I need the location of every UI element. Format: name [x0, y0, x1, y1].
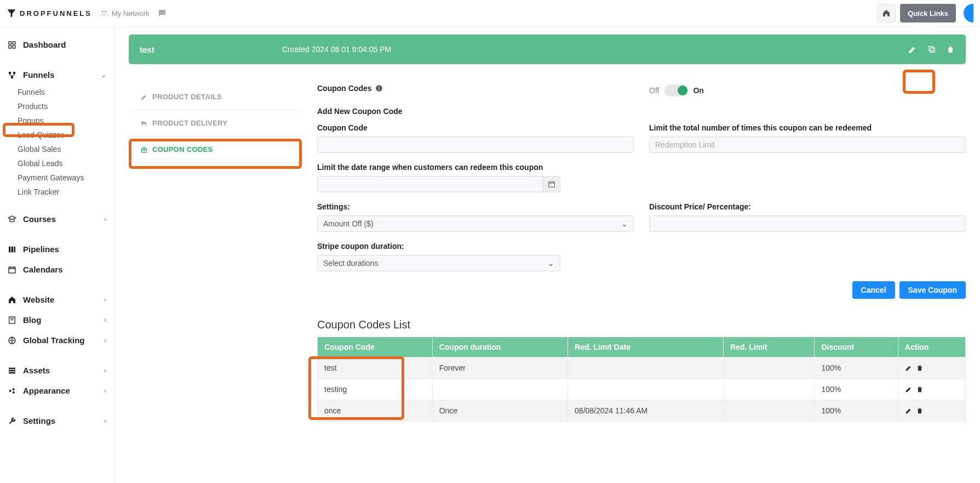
- table-header: Action: [898, 337, 965, 357]
- paint-icon: [8, 387, 16, 395]
- row-edit-button[interactable]: [905, 364, 913, 372]
- sidebar-appearance[interactable]: Appearance ‹: [0, 380, 114, 401]
- tab-product-delivery[interactable]: PRODUCT DELIVERY: [129, 110, 302, 137]
- svg-rect-17: [9, 372, 15, 373]
- sidebar-settings[interactable]: Settings ‹: [0, 411, 114, 431]
- cell-discount: 100%: [815, 379, 898, 400]
- gift-icon: [140, 146, 148, 154]
- settings-label: Settings:: [317, 202, 634, 211]
- cell-discount: 100%: [815, 357, 898, 379]
- chevron-down-icon: ⌄: [548, 259, 554, 268]
- product-header-bar: test Created 2024 08 01 9:04:05 PM: [129, 35, 966, 64]
- calendar-button[interactable]: [543, 176, 560, 192]
- chat-icon[interactable]: [157, 8, 167, 18]
- svg-rect-4: [9, 46, 12, 48]
- users-icon: [100, 9, 108, 18]
- main-content: test Created 2024 08 01 9:04:05 PM PRODU…: [114, 27, 980, 483]
- date-range-input[interactable]: [317, 176, 543, 192]
- my-network-link[interactable]: My Network: [100, 9, 150, 18]
- row-edit-button[interactable]: [905, 385, 913, 393]
- svg-rect-22: [929, 47, 933, 51]
- cell-action: [898, 400, 965, 422]
- cell-duration: Once: [432, 400, 568, 422]
- my-network-label: My Network: [112, 9, 150, 18]
- cell-code: test: [318, 357, 433, 379]
- sidebar-pipelines[interactable]: Pipelines: [0, 239, 114, 259]
- chevron-down-icon: ⌄: [621, 219, 628, 228]
- book-icon: [8, 316, 16, 325]
- svg-rect-15: [9, 367, 15, 369]
- cell-limit-date: [568, 379, 724, 400]
- stripe-duration-label: Stripe coupon duration:: [317, 242, 560, 251]
- sidebar-sub-payment-gateways[interactable]: Payment Gateways: [0, 171, 114, 185]
- sidebar-sub-lead-quizzes[interactable]: Lead Quizzes: [0, 128, 114, 142]
- chevron-left-icon: ‹: [104, 387, 106, 395]
- cell-discount: 100%: [815, 400, 898, 422]
- sidebar-sub-funnels[interactable]: Funnels: [0, 85, 114, 99]
- redemption-limit-input[interactable]: [649, 137, 966, 153]
- row-delete-button[interactable]: [916, 407, 924, 414]
- sidebar-sub-link-tracker[interactable]: Link Tracker: [0, 185, 114, 199]
- limit-total-label: Limit the total number of times this cou…: [649, 123, 966, 132]
- table-header: Discount: [815, 337, 898, 357]
- tab-product-details[interactable]: PRODUCT DETAILS: [129, 84, 302, 110]
- truck-icon: [140, 120, 148, 127]
- discount-label: Discount Price/ Percentage:: [649, 202, 966, 211]
- coupon-code-input[interactable]: [317, 137, 634, 153]
- svg-rect-7: [13, 72, 15, 74]
- quick-links-button[interactable]: Quick Links: [900, 4, 956, 22]
- cancel-button[interactable]: Cancel: [852, 281, 895, 299]
- row-edit-button[interactable]: [905, 407, 913, 414]
- cell-action: [898, 357, 965, 379]
- coupon-list-title: Coupon Codes List: [317, 319, 966, 331]
- settings-select[interactable]: Amount Off ($) ⌄: [317, 215, 634, 232]
- sidebar-calendars[interactable]: Calendars: [0, 259, 114, 280]
- sidebar-sub-popups[interactable]: Popups: [0, 113, 114, 128]
- svg-rect-3: [13, 42, 15, 44]
- save-coupon-button[interactable]: Save Coupon: [899, 281, 966, 299]
- home-button[interactable]: [877, 4, 896, 22]
- sidebar-global-tracking[interactable]: Global Tracking ‹: [0, 330, 114, 350]
- delete-button[interactable]: [946, 45, 955, 54]
- svg-rect-8: [11, 76, 13, 78]
- row-delete-button[interactable]: [916, 385, 924, 393]
- sidebar: Dashboard Funnels ⌄ Funnels Products Pop…: [0, 27, 114, 483]
- svg-point-19: [13, 388, 15, 390]
- sidebar-assets[interactable]: Assets ‹: [0, 360, 114, 380]
- sidebar-dashboard[interactable]: Dashboard: [0, 35, 114, 55]
- stripe-duration-select[interactable]: Select durations ⌄: [317, 255, 560, 271]
- globe-icon: [8, 336, 16, 345]
- home-icon: [8, 296, 16, 304]
- sidebar-website[interactable]: Website ‹: [0, 289, 114, 310]
- row-delete-button[interactable]: [916, 364, 924, 372]
- sidebar-sub-products[interactable]: Products: [0, 99, 114, 113]
- chevron-down-icon: ⌄: [101, 71, 106, 79]
- product-created: Created 2024 08 01 9:04:05 PM: [282, 45, 908, 54]
- sidebar-funnels[interactable]: Funnels ⌄: [0, 65, 114, 85]
- tab-coupon-codes[interactable]: COUPON CODES: [129, 137, 302, 163]
- table-header: Red. Limit: [723, 337, 814, 357]
- sidebar-sub-global-sales[interactable]: Global Sales: [0, 142, 114, 156]
- coupon-toggle[interactable]: [664, 84, 689, 96]
- info-icon[interactable]: i: [375, 84, 383, 92]
- svg-rect-5: [13, 46, 15, 48]
- product-tabs: PRODUCT DETAILS PRODUCT DELIVERY COUPON …: [129, 84, 302, 422]
- avatar-badge[interactable]: [964, 4, 973, 22]
- cell-action: [898, 379, 965, 400]
- svg-rect-2: [9, 42, 12, 44]
- sidebar-courses[interactable]: Courses ‹: [0, 209, 114, 229]
- brand-logo[interactable]: DROPFUNNELS: [7, 8, 92, 18]
- cell-duration: Forever: [432, 357, 568, 379]
- copy-button[interactable]: [927, 45, 936, 54]
- cell-limit: [723, 357, 814, 379]
- svg-point-18: [9, 390, 12, 392]
- graduation-icon: [8, 215, 16, 224]
- chevron-left-icon: ‹: [104, 316, 106, 324]
- svg-text:i: i: [378, 86, 379, 91]
- sidebar-blog[interactable]: Blog ‹: [0, 310, 114, 330]
- edit-button[interactable]: [908, 44, 918, 54]
- sidebar-sub-global-leads[interactable]: Global Leads: [0, 156, 114, 171]
- discount-input[interactable]: [649, 215, 966, 232]
- chevron-left-icon: ‹: [104, 296, 106, 304]
- svg-rect-16: [9, 370, 15, 371]
